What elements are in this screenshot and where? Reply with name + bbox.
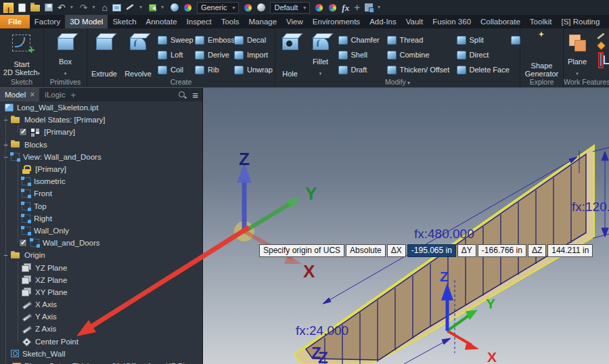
rib-button[interactable]: Rib: [193, 62, 232, 77]
tab-file[interactable]: File: [0, 15, 30, 28]
tree-item-x-axis[interactable]: X Axis: [0, 298, 202, 311]
delete-face-button[interactable]: Delete Face: [455, 62, 511, 77]
import-button[interactable]: Import: [232, 47, 274, 62]
home-view-icon[interactable]: [102, 1, 107, 14]
tab-3d-model[interactable]: 3D Model: [65, 15, 108, 28]
tab-add-ins[interactable]: Add-Ins: [365, 15, 401, 28]
dropdown-caret-icon[interactable]: [64, 66, 67, 78]
save-icon[interactable]: [45, 3, 53, 12]
sketch-tool-icon[interactable]: [126, 3, 135, 12]
browser-tab-ilogic[interactable]: iLogic: [39, 91, 70, 99]
tree-item-center-point[interactable]: Center Point: [0, 336, 202, 348]
dropdown-caret-icon[interactable]: [319, 66, 322, 78]
tree-item-yz-plane[interactable]: YZ Plane: [0, 261, 202, 273]
tree-item-part-root[interactable]: Long_Wall_Skeleton.ipt: [0, 101, 202, 114]
tab-factory[interactable]: Factory: [30, 15, 65, 28]
tab-fusion-360[interactable]: Fusion 360: [428, 15, 476, 28]
tree-item-blocks[interactable]: +Blocks: [0, 139, 202, 151]
tree-item-isometric[interactable]: Isometric: [0, 175, 202, 187]
tree-item-right[interactable]: Right: [0, 212, 202, 225]
revolve-button[interactable]: Revolve: [120, 30, 156, 78]
work-point-icon[interactable]: [596, 42, 606, 50]
material-sphere-icon[interactable]: [171, 3, 179, 12]
fillet-button[interactable]: Fillet: [305, 30, 336, 78]
loft-button[interactable]: Loft: [156, 47, 193, 62]
browser-menu-icon[interactable]: [192, 89, 198, 101]
delta-z-input[interactable]: 144.211 in: [547, 244, 593, 257]
viewport-canvas[interactable]: fx:480.000 fx:120.0 fx:24.000 Z Z Z Y: [203, 88, 609, 364]
unwrap-button[interactable]: Unwrap: [232, 62, 274, 77]
dropdown-caret-icon[interactable]: [576, 66, 579, 78]
work-axis-icon[interactable]: [596, 32, 606, 40]
tab-inspect[interactable]: Inspect: [182, 15, 217, 28]
checkbox-checked[interactable]: [19, 128, 27, 136]
delta-y-input[interactable]: -166.766 in: [478, 244, 526, 257]
checkbox-checked[interactable]: [19, 239, 27, 247]
tab-routing[interactable]: [S] Routing: [556, 15, 604, 28]
layout-icon[interactable]: [365, 3, 373, 12]
tree-item-front[interactable]: Front: [0, 187, 202, 200]
tree-item-plane-outer-thickness[interactable]: +Plane_Outer_Thickness_01 (Offset from X…: [0, 360, 202, 364]
tree-item-wall-only[interactable]: Wall_Only: [0, 225, 202, 237]
box-button[interactable]: Box: [58, 30, 74, 78]
tab-sketch[interactable]: Sketch: [108, 15, 141, 28]
sweep-button[interactable]: Sweep: [156, 32, 193, 47]
tab-annotate[interactable]: Annotate: [141, 15, 182, 28]
undo-dropdown-icon[interactable]: [70, 1, 75, 14]
tree-item-view-wall-and-doors[interactable]: −View: Wall_and_Doors: [0, 151, 202, 163]
search-icon[interactable]: [178, 91, 187, 99]
appearance-select[interactable]: Default: [270, 2, 310, 14]
shape-generator-button[interactable]: ShapeGenerator: [525, 30, 559, 78]
color-wheel-icon[interactable]: [244, 3, 252, 12]
thicken-offset-button[interactable]: Thicken/ Offset: [385, 62, 455, 77]
tap-tool-button[interactable]: [511, 32, 520, 47]
start-2d-sketch-button[interactable]: Start 2D Sketch: [3, 30, 40, 78]
clear-appearance-icon[interactable]: [328, 3, 337, 12]
tab-tools[interactable]: Tools: [217, 15, 244, 28]
material-select[interactable]: Generic: [197, 2, 240, 14]
close-icon[interactable]: [30, 90, 35, 99]
derive-button[interactable]: Derive: [193, 47, 232, 62]
new-file-icon[interactable]: [18, 3, 26, 12]
sketch-tool-dropdown-icon[interactable]: [139, 1, 144, 14]
parameters-icon[interactable]: [342, 1, 349, 14]
tree-item-z-axis[interactable]: Z Axis: [0, 323, 202, 335]
tree-item-xz-plane[interactable]: XZ Plane: [0, 274, 202, 286]
ucs-button[interactable]: [600, 53, 602, 66]
tree-item-y-axis[interactable]: Y Axis: [0, 311, 202, 323]
redo-icon[interactable]: [80, 1, 88, 14]
add-browser-tab-icon[interactable]: [70, 90, 76, 100]
plane-button[interactable]: Plane: [564, 30, 591, 78]
adjust-appearance-icon[interactable]: [315, 3, 323, 12]
shell-button[interactable]: Shell: [336, 47, 385, 62]
thread-button[interactable]: Thread: [385, 32, 455, 47]
tab-environments[interactable]: Environments: [308, 15, 365, 28]
tree-item-top[interactable]: Top: [0, 200, 202, 212]
select-dropdown-icon[interactable]: [161, 1, 166, 14]
tree-item-xy-plane[interactable]: XY Plane: [0, 286, 202, 298]
tab-manage[interactable]: Manage: [244, 15, 282, 28]
redo-dropdown-icon[interactable]: [92, 1, 97, 14]
tree-item-view-primary-locked[interactable]: [Primary]: [0, 163, 202, 175]
browser-tab-model[interactable]: Model: [0, 88, 39, 101]
draft-button[interactable]: Draft: [336, 62, 385, 77]
tab-vault[interactable]: Vault: [401, 15, 428, 28]
undo-icon[interactable]: [58, 1, 66, 14]
hole-button[interactable]: Hole: [275, 30, 305, 78]
panel-label-modify[interactable]: Modify: [275, 78, 520, 87]
decal-button[interactable]: Decal: [232, 32, 274, 47]
dropdown-caret-icon[interactable]: [38, 68, 41, 76]
tree-item-model-state-primary[interactable]: [Primary]: [0, 126, 202, 138]
add-tool-icon[interactable]: [354, 1, 360, 14]
extrude-button[interactable]: Extrude: [88, 30, 120, 78]
ucs-mode[interactable]: Absolute: [346, 244, 386, 257]
appearance-wheel-icon[interactable]: [183, 3, 192, 12]
split-button[interactable]: Split: [455, 32, 511, 47]
emboss-button[interactable]: Emboss: [193, 32, 232, 47]
select-tool-icon[interactable]: [149, 4, 156, 12]
chamfer-button[interactable]: Chamfer: [336, 32, 385, 47]
delta-x-input[interactable]: -195.065 in: [407, 244, 456, 257]
open-file-icon[interactable]: [30, 5, 40, 12]
combine-button[interactable]: Combine: [385, 47, 455, 62]
tab-collaborate[interactable]: Collaborate: [476, 15, 525, 28]
